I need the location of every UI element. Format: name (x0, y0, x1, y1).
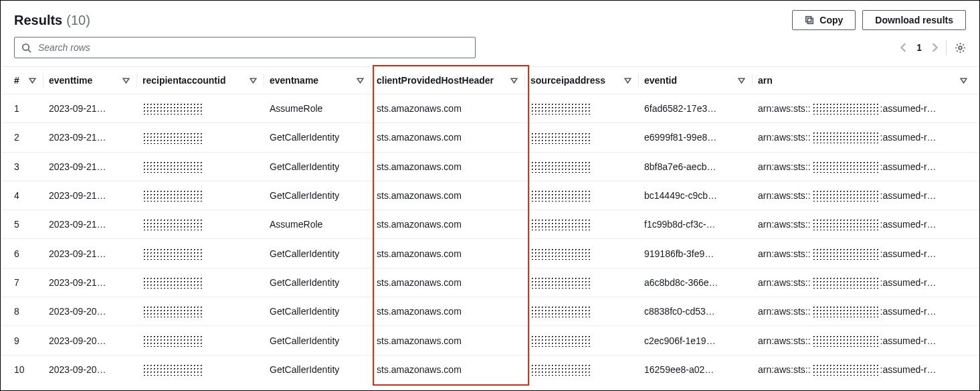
cell-eventid: 6fad6582-17e3… (644, 94, 758, 123)
column-label: recipientaccountid (142, 75, 225, 86)
filter-icon[interactable] (29, 77, 36, 84)
download-label: Download results (875, 15, 953, 25)
redacted-value (142, 189, 203, 202)
next-page-button[interactable] (931, 43, 938, 52)
cell-row: 7 (1, 268, 49, 297)
arn-prefix: arn:aws:sts:: (758, 132, 811, 143)
table-row[interactable]: 62023-09-21…GetCallerIdentitysts.amazona… (1, 239, 979, 268)
arn-suffix: :assumed-r… (880, 335, 937, 346)
table-row[interactable]: 102023-09-20…GetCallerIdentitysts.amazon… (1, 355, 979, 384)
arn-suffix: :assumed-r… (880, 132, 937, 143)
cell-clientProvidedHostHeader: sts.amazonaws.com (377, 123, 530, 152)
filter-icon[interactable] (357, 77, 364, 84)
cell-clientProvidedHostHeader: sts.amazonaws.com (377, 94, 530, 123)
column-header-eventid[interactable]: eventid (644, 67, 758, 94)
svg-rect-1 (806, 17, 811, 22)
download-button[interactable]: Download results (862, 10, 966, 30)
cell-row: 10 (1, 355, 49, 384)
cell-eventtime: 2023-09-21… (49, 152, 142, 181)
table-row[interactable]: 12023-09-21…AssumeRolests.amazonaws.com6… (1, 94, 979, 123)
table-row[interactable]: 82023-09-20…GetCallerIdentitysts.amazona… (1, 297, 979, 326)
table-row[interactable]: 72023-09-21…GetCallerIdentitysts.amazona… (1, 268, 979, 297)
column-header-eventtime[interactable]: eventtime (49, 67, 142, 94)
panel-header: Results (10) Copy Download results (1, 1, 979, 37)
cell-row: 6 (1, 239, 49, 268)
search-icon (21, 43, 31, 53)
table-header-row: #eventtimerecipientaccountideventnamecli… (1, 67, 979, 94)
column-header-row[interactable]: # (1, 67, 49, 94)
cell-eventid: bc14449c-c9cb… (644, 181, 758, 210)
table-row[interactable]: 22023-09-21…GetCallerIdentitysts.amazona… (1, 123, 979, 152)
cell-sourceipaddress (530, 152, 644, 181)
column-header-eventname[interactable]: eventname (270, 67, 377, 94)
table-row[interactable]: 92023-09-20…GetCallerIdentitysts.amazona… (1, 326, 979, 355)
cell-arn: arn:aws:sts:::assumed-r… (758, 94, 979, 123)
table-row[interactable]: 32023-09-21…GetCallerIdentitysts.amazona… (1, 152, 979, 181)
filter-icon[interactable] (122, 77, 130, 84)
cell-eventtime: 2023-09-21… (49, 123, 142, 152)
svg-point-2 (23, 44, 29, 50)
redacted-value (530, 161, 591, 173)
table-body: 12023-09-21…AssumeRolests.amazonaws.com6… (1, 94, 979, 384)
column-label: clientProvidedHostHeader (377, 75, 494, 86)
column-label: sourceipaddress (530, 75, 605, 86)
cell-recipientaccountid (142, 326, 270, 355)
cell-row: 9 (1, 326, 49, 355)
cell-row: 2 (1, 123, 49, 152)
redacted-value (530, 218, 591, 230)
filter-icon[interactable] (624, 77, 631, 84)
settings-button[interactable] (955, 42, 966, 54)
redacted-value (812, 218, 879, 230)
cell-recipientaccountid (142, 297, 270, 326)
table-row[interactable]: 42023-09-21…GetCallerIdentitysts.amazona… (1, 181, 979, 210)
svg-marker-10 (625, 78, 631, 83)
column-header-sourceipaddress[interactable]: sourceipaddress (530, 67, 644, 94)
arn-suffix: :assumed-r… (880, 277, 937, 288)
table-row[interactable]: 52023-09-21…AssumeRolests.amazonaws.comf… (1, 210, 979, 239)
cell-eventtime: 2023-09-21… (49, 94, 142, 123)
cell-eventname: GetCallerIdentity (270, 268, 377, 297)
cell-eventid: f1c99b8d-cf3c-… (644, 210, 758, 239)
search-box[interactable] (14, 37, 476, 58)
column-header-clientProvidedHostHeader[interactable]: clientProvidedHostHeader (377, 67, 530, 94)
redacted-value (530, 248, 591, 260)
column-header-arn[interactable]: arn (758, 67, 979, 94)
results-table: #eventtimerecipientaccountideventnamecli… (1, 67, 979, 384)
arn-suffix: :assumed-r… (880, 161, 937, 172)
redacted-value (812, 189, 879, 202)
svg-marker-11 (739, 78, 745, 83)
cell-clientProvidedHostHeader: sts.amazonaws.com (377, 152, 530, 181)
filter-icon[interactable] (510, 77, 518, 84)
toolbar: 1 (1, 37, 979, 66)
cell-sourceipaddress (530, 123, 644, 152)
cell-recipientaccountid (142, 355, 270, 384)
cell-row: 8 (1, 297, 49, 326)
arn-prefix: arn:aws:sts:: (758, 248, 811, 259)
cell-clientProvidedHostHeader: sts.amazonaws.com (377, 297, 530, 326)
arn-suffix: :assumed-r… (880, 306, 937, 317)
search-input[interactable] (37, 42, 468, 54)
cell-sourceipaddress (530, 94, 644, 123)
filter-icon[interactable] (250, 77, 257, 84)
cell-row: 3 (1, 152, 49, 181)
copy-button[interactable]: Copy (792, 10, 856, 30)
svg-rect-0 (808, 18, 813, 23)
arn-prefix: arn:aws:sts:: (758, 335, 811, 346)
cell-eventname: AssumeRole (270, 210, 377, 239)
title-wrap: Results (10) (14, 13, 90, 28)
cell-recipientaccountid (142, 123, 270, 152)
cell-arn: arn:aws:sts:::assumed-r… (758, 181, 979, 210)
cell-arn: arn:aws:sts:::assumed-r… (758, 355, 979, 384)
svg-marker-8 (357, 78, 363, 83)
filter-icon[interactable] (738, 77, 745, 84)
cell-row: 5 (1, 210, 49, 239)
cell-eventname: GetCallerIdentity (270, 326, 377, 355)
cell-sourceipaddress (530, 181, 644, 210)
filter-icon[interactable] (960, 77, 967, 84)
column-header-recipientaccountid[interactable]: recipientaccountid (142, 67, 270, 94)
redacted-value (530, 132, 591, 144)
redacted-value (812, 161, 879, 173)
prev-page-button[interactable] (900, 43, 907, 52)
arn-prefix: arn:aws:sts:: (758, 103, 811, 114)
arn-prefix: arn:aws:sts:: (758, 364, 811, 375)
